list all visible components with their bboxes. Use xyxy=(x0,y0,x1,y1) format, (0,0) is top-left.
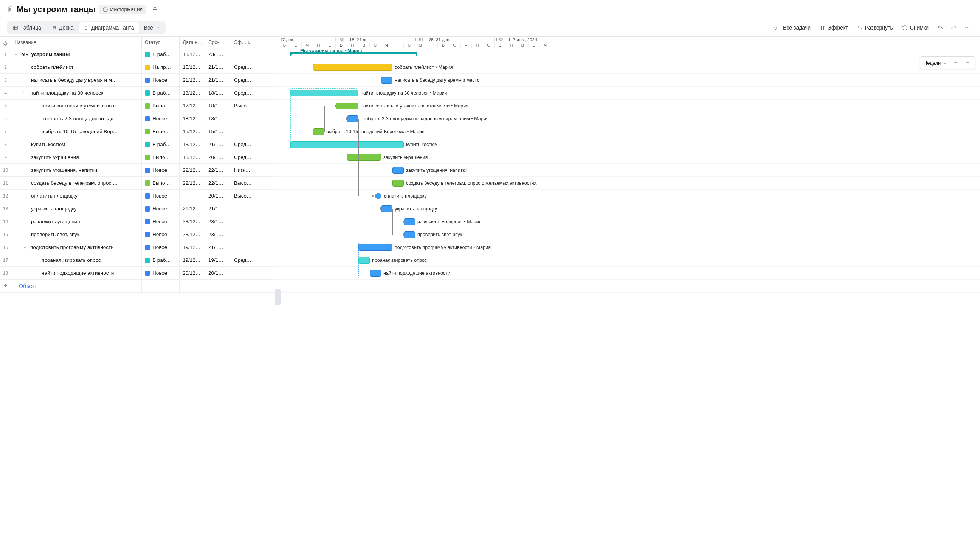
collapse-handle[interactable] xyxy=(275,289,281,305)
table-row[interactable]: собрать плейлистНа пр…15/12…21/1…Сред… xyxy=(11,61,275,74)
task-name-cell[interactable]: закупить украшения xyxy=(11,151,142,163)
eff-cell[interactable] xyxy=(231,267,252,279)
status-cell[interactable]: Новое xyxy=(142,164,180,176)
zoom-dropdown[interactable]: Недели xyxy=(922,59,949,67)
status-cell[interactable]: В раб… xyxy=(142,138,180,151)
status-cell[interactable]: Выпо… xyxy=(142,125,180,138)
row-number[interactable]: 10 xyxy=(0,164,11,177)
gantt-body[interactable]: Мы устроим танцы • Мариясобрать плейлист… xyxy=(275,48,980,293)
eff-cell[interactable]: Высо… xyxy=(231,99,252,112)
row-number[interactable]: 5 xyxy=(0,99,11,112)
start-cell[interactable] xyxy=(180,190,205,202)
eff-cell[interactable] xyxy=(231,125,252,138)
start-cell[interactable]: 13/12… xyxy=(180,87,205,99)
eff-cell[interactable]: Сред… xyxy=(231,74,252,86)
status-cell[interactable]: Новое xyxy=(142,74,180,86)
due-cell[interactable]: 21/1… xyxy=(205,138,231,151)
due-cell[interactable]: 23/1… xyxy=(205,48,231,60)
table-row[interactable]: оплатить площадкуНовое20/1…Высо… xyxy=(11,190,275,202)
eff-cell[interactable] xyxy=(231,215,252,228)
table-row[interactable]: купить костюмВ раб…13/12…21/1…Сред… xyxy=(11,138,275,151)
gantt-bar[interactable] xyxy=(404,218,415,225)
start-cell[interactable]: 15/12… xyxy=(180,61,205,73)
row-number[interactable]: 12 xyxy=(0,190,11,202)
gantt-bar[interactable] xyxy=(347,116,359,122)
eff-cell[interactable] xyxy=(231,202,252,215)
status-cell[interactable]: В раб… xyxy=(142,87,180,99)
due-cell[interactable]: 18/1… xyxy=(205,99,231,112)
eff-cell[interactable]: Сред… xyxy=(231,254,252,266)
add-row-button[interactable]: + xyxy=(0,280,11,293)
chevron-down-icon[interactable] xyxy=(23,245,28,250)
start-cell[interactable]: 23/12… xyxy=(180,228,205,241)
status-cell[interactable]: В раб… xyxy=(142,48,180,60)
row-number[interactable]: 15 xyxy=(0,228,11,241)
due-cell[interactable]: 21/1… xyxy=(205,61,231,73)
row-number[interactable]: 1 xyxy=(0,48,11,61)
col-name[interactable]: Название xyxy=(11,37,142,48)
row-number[interactable]: 9 xyxy=(0,151,11,164)
table-row[interactable]: закупить угощения, напиткиНовое22/12…22/… xyxy=(11,164,275,177)
pin-button[interactable] xyxy=(149,4,161,15)
table-row[interactable]: найти контакты и уточнить по с…Выпо…17/1… xyxy=(11,99,275,112)
eff-cell[interactable] xyxy=(231,228,252,241)
status-cell[interactable]: Выпо… xyxy=(142,99,180,112)
status-cell[interactable]: Новое xyxy=(142,112,180,125)
due-cell[interactable]: 20/1… xyxy=(205,151,231,163)
status-cell[interactable]: В раб… xyxy=(142,254,180,266)
gantt-bar[interactable] xyxy=(393,167,404,174)
due-cell[interactable]: 21/1… xyxy=(205,74,231,86)
more-button[interactable] xyxy=(961,21,973,34)
start-cell[interactable]: 18/12… xyxy=(180,151,205,163)
status-cell[interactable]: Новое xyxy=(142,202,180,215)
status-cell[interactable]: Новое xyxy=(142,267,180,279)
start-cell[interactable]: 19/12… xyxy=(180,241,205,254)
start-cell[interactable]: 21/12… xyxy=(180,74,205,86)
due-cell[interactable]: 20/1… xyxy=(205,190,231,202)
tab-board[interactable]: Доска xyxy=(47,22,78,33)
row-number[interactable]: 8 xyxy=(0,138,11,151)
status-cell[interactable]: Выпо… xyxy=(142,151,180,163)
start-cell[interactable]: 17/12… xyxy=(180,99,205,112)
table-row[interactable]: найти площадку на 30 человекВ раб…13/12…… xyxy=(11,87,275,99)
status-cell[interactable]: Новое xyxy=(142,190,180,202)
due-cell[interactable]: 15/1… xyxy=(205,125,231,138)
gantt-chart[interactable]: –17 дек.Н 5018–24 дек.Н 5125–31 дек.Н 52… xyxy=(275,37,980,557)
task-name-cell[interactable]: выбрать 10-15 заведений Вор… xyxy=(11,125,142,138)
table-row[interactable]: найти подходящие активностиНовое20/12…20… xyxy=(11,267,275,280)
redo-button[interactable] xyxy=(948,21,960,34)
gantt-bar[interactable] xyxy=(393,180,404,187)
col-due[interactable]: Срок … xyxy=(205,37,231,48)
row-number[interactable]: 16 xyxy=(0,241,11,254)
table-row[interactable]: украсить площадкуНовое21/12…21/1… xyxy=(11,202,275,215)
snapshots-button[interactable]: Снимки xyxy=(898,22,932,33)
table-row[interactable]: разложить угощенияНовое23/12…23/1… xyxy=(11,215,275,228)
table-row[interactable]: проверить свет, звукНовое23/12…23/1… xyxy=(11,228,275,241)
tab-gantt[interactable]: Диаграмма Ганта xyxy=(79,22,139,33)
gantt-bar[interactable] xyxy=(381,77,393,84)
due-cell[interactable]: 21/1… xyxy=(205,202,231,215)
task-name-cell[interactable]: написать в беседу дату время и м… xyxy=(11,74,142,86)
gantt-bar[interactable] xyxy=(290,141,404,148)
task-name-cell[interactable]: найти площадку на 30 человек xyxy=(11,87,142,99)
task-name-cell[interactable]: проанализировать опрос xyxy=(11,254,142,266)
table-row[interactable]: отобрать 2-3 площадки по зад…Новое18/12…… xyxy=(11,112,275,125)
due-cell[interactable]: 23/1… xyxy=(205,215,231,228)
eff-cell[interactable]: Высо… xyxy=(231,177,252,189)
status-cell[interactable]: На пр… xyxy=(142,61,180,73)
col-status[interactable]: Статус xyxy=(142,37,180,48)
gantt-bar[interactable] xyxy=(370,270,381,277)
task-name-cell[interactable]: найти подходящие активности xyxy=(11,267,142,279)
table-row[interactable]: закупить украшенияВыпо…18/12…20/1…Сред… xyxy=(11,151,275,164)
col-start[interactable]: Дата н… xyxy=(180,37,205,48)
start-cell[interactable]: 13/12… xyxy=(180,138,205,151)
task-name-cell[interactable]: украсить площадку xyxy=(11,202,142,215)
task-name-cell[interactable]: найти контакты и уточнить по с… xyxy=(11,99,142,112)
gantt-bar[interactable] xyxy=(381,205,393,212)
tab-all-dropdown[interactable]: Все xyxy=(140,22,164,33)
undo-button[interactable] xyxy=(934,21,946,34)
eff-cell[interactable]: Сред… xyxy=(231,61,252,73)
gantt-bar[interactable] xyxy=(313,128,325,135)
eff-cell[interactable]: Сред… xyxy=(231,151,252,163)
settings-button[interactable] xyxy=(1,39,10,48)
